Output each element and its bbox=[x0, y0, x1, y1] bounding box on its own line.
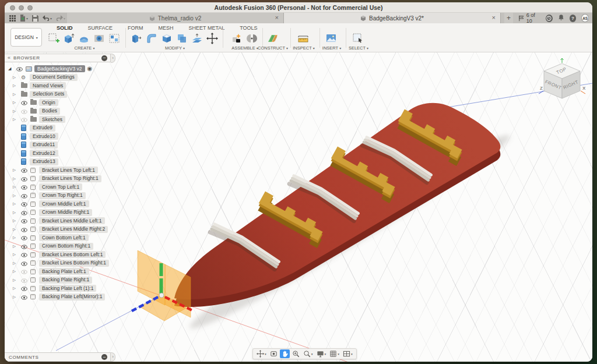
fillet-icon[interactable] bbox=[145, 31, 158, 45]
browser-item-label[interactable]: Crown Middle Left:1 bbox=[39, 200, 89, 207]
expand-arrow-icon[interactable]: ▷ bbox=[13, 92, 21, 97]
expand-arrow-icon[interactable]: ▷ bbox=[13, 75, 21, 80]
visibility-eye-icon[interactable] bbox=[21, 114, 30, 125]
browser-item-label[interactable]: Extrude9 bbox=[30, 125, 55, 132]
expand-arrow-icon[interactable]: ▷ bbox=[13, 235, 21, 240]
origin-planes[interactable] bbox=[138, 250, 191, 321]
help-icon[interactable]: ? bbox=[570, 15, 577, 22]
ribbon-tab-surface[interactable]: SURFACE bbox=[80, 24, 121, 31]
construct-group-dropdown[interactable]: CONSTRUCT ▾ bbox=[258, 45, 288, 51]
browser-item-label[interactable]: Backing Plate Left:1 bbox=[39, 268, 89, 275]
browser-item[interactable]: ▷Sketches bbox=[5, 115, 111, 123]
expand-arrow-icon[interactable]: ▷ bbox=[13, 286, 21, 291]
expand-arrow-icon[interactable]: ▷ bbox=[13, 261, 21, 266]
expand-arrow-icon[interactable]: ▷ bbox=[13, 83, 21, 88]
expand-arrow-icon[interactable]: ▷ bbox=[13, 168, 21, 172]
document-tab-thelma-radio[interactable]: Thelma_radio v2 × bbox=[67, 13, 284, 23]
close-tab-icon[interactable]: × bbox=[275, 14, 279, 22]
expand-arrow-icon[interactable]: ▷ bbox=[13, 295, 21, 299]
alerts-bell-icon[interactable] bbox=[558, 13, 564, 23]
titlebar[interactable]: Autodesk Fusion 360 (Personal - Not for … bbox=[5, 2, 592, 13]
y-axis-handle[interactable] bbox=[160, 278, 163, 294]
browser-item-label[interactable]: Backing Plate Left(Mirror):1 bbox=[39, 294, 105, 301]
browser-item-root[interactable]: ◢BadgeBackingV3 v2◉ bbox=[5, 65, 111, 73]
assemble-group-dropdown[interactable]: ASSEMBLE ▾ bbox=[231, 45, 258, 51]
hole-icon[interactable] bbox=[92, 31, 106, 45]
press-pull-icon[interactable] bbox=[129, 31, 143, 45]
offset-face-icon[interactable] bbox=[190, 31, 203, 45]
browser-item[interactable]: Extrude11 bbox=[5, 141, 111, 149]
expand-arrow-icon[interactable]: ▷ bbox=[13, 278, 21, 282]
app-grid-icon[interactable] bbox=[9, 15, 16, 22]
expand-arrow-icon[interactable]: ◢ bbox=[8, 66, 16, 71]
inspect-group-dropdown[interactable]: INSPECT ▾ bbox=[293, 45, 314, 51]
expand-arrow-icon[interactable]: ▷ bbox=[13, 252, 21, 257]
workspace-selector-button[interactable]: DESIGN ▾ bbox=[10, 28, 42, 47]
create-sketch-icon[interactable] bbox=[47, 31, 60, 45]
browser-item-label[interactable]: Origin bbox=[39, 99, 58, 106]
browser-item-label[interactable]: Cown Bottom Left:1 bbox=[39, 234, 89, 241]
expand-arrow-icon[interactable]: ▷ bbox=[13, 227, 21, 232]
document-tab-badgebacking[interactable]: BadgeBackingV3 v2* × bbox=[284, 13, 501, 23]
collapse-all-icon[interactable]: − bbox=[101, 55, 107, 61]
expand-arrow-icon[interactable]: ▷ bbox=[13, 218, 21, 223]
browser-item-label[interactable]: Backing Plate Left (1):1 bbox=[39, 285, 96, 292]
origin-point[interactable] bbox=[159, 293, 164, 298]
browser-item-label[interactable]: BadgeBackingV3 v2 bbox=[34, 65, 85, 72]
browser-item-label[interactable]: Bracket Lines Top Left:1 bbox=[39, 167, 98, 174]
activate-component-radio[interactable]: ◉ bbox=[87, 66, 93, 72]
browser-item[interactable]: ▷Backing Plate Left(Mirror):1 bbox=[5, 293, 111, 301]
ribbon-tab-solid[interactable]: SOLID bbox=[49, 24, 80, 31]
browser-item-label[interactable]: Extrude12 bbox=[30, 150, 58, 157]
redo-button[interactable]: ▾ bbox=[56, 15, 65, 21]
user-avatar[interactable]: AS bbox=[581, 14, 589, 22]
construction-plane-icon[interactable] bbox=[266, 31, 279, 45]
browser-item[interactable]: Extrude10 bbox=[5, 132, 111, 140]
shell-icon[interactable] bbox=[160, 31, 173, 45]
expand-arrow-icon[interactable]: ▷ bbox=[13, 193, 21, 198]
expand-arrow-icon[interactable]: ▷ bbox=[13, 202, 21, 206]
browser-item-label[interactable]: Crown Top Left:1 bbox=[39, 183, 82, 190]
orbit-button[interactable]: ▾ bbox=[255, 349, 268, 358]
browser-item-label[interactable]: Bracket Lines Top Right:1 bbox=[39, 175, 101, 182]
fit-zoom-window-button[interactable]: ▾ bbox=[302, 349, 314, 358]
browser-item-label[interactable]: Crown Middle Right:1 bbox=[39, 209, 92, 216]
browser-item[interactable]: Extrude9 bbox=[5, 124, 111, 132]
move-copy-icon[interactable] bbox=[205, 31, 219, 45]
undo-button[interactable]: ▾ bbox=[43, 15, 52, 21]
look-at-button[interactable] bbox=[269, 349, 279, 358]
expand-arrow-icon[interactable]: ▷ bbox=[13, 109, 21, 114]
extrude-icon[interactable] bbox=[62, 31, 75, 45]
display-settings-button[interactable]: ▾ bbox=[315, 349, 328, 358]
insert-image-icon[interactable] bbox=[324, 31, 338, 45]
pan-button[interactable] bbox=[280, 349, 290, 358]
revolve-icon[interactable] bbox=[77, 31, 90, 45]
view-cube[interactable]: TOP FRONT RIGHT Z X bbox=[536, 57, 589, 105]
browser-panel-header[interactable]: « BROWSER − bbox=[5, 54, 111, 62]
browser-item-label[interactable]: Document Settings bbox=[30, 74, 78, 81]
close-tab-icon[interactable]: × bbox=[492, 14, 496, 22]
comments-collapse-icon[interactable]: − bbox=[101, 354, 107, 360]
notifications-clock-icon[interactable] bbox=[546, 15, 553, 22]
select-tool-icon[interactable] bbox=[351, 31, 364, 45]
browser-item-label[interactable]: Bracket Lines Bottom Left:1 bbox=[39, 251, 106, 258]
ribbon-tab-tools[interactable]: TOOLS bbox=[232, 24, 265, 31]
y-axis-handle[interactable] bbox=[160, 263, 163, 276]
browser-item-label[interactable]: Bracket Lines Bottom Right:1 bbox=[39, 260, 109, 267]
collapse-panel-icon[interactable]: « bbox=[8, 55, 10, 61]
create-group-dropdown[interactable]: CREATE ▾ bbox=[75, 45, 95, 51]
expand-arrow-icon[interactable]: ▷ bbox=[13, 117, 21, 122]
browser-item-label[interactable]: Named Views bbox=[30, 82, 66, 89]
expand-arrow-icon[interactable]: ▷ bbox=[13, 185, 21, 189]
expand-arrow-icon[interactable]: ▷ bbox=[13, 269, 21, 274]
ribbon-tab-form[interactable]: FORM bbox=[120, 24, 151, 31]
visibility-eye-icon[interactable] bbox=[21, 292, 30, 302]
expand-arrow-icon[interactable]: ▷ bbox=[13, 100, 21, 105]
ribbon-tab-sheet-metal[interactable]: SHEET METAL bbox=[181, 24, 233, 31]
browser-item-label[interactable]: Bracket Lines Middle Right:2 bbox=[39, 226, 108, 233]
expand-arrow-icon[interactable]: ▷ bbox=[13, 244, 21, 249]
new-component-icon[interactable] bbox=[230, 31, 243, 45]
browser-item-label[interactable]: Bodies bbox=[39, 108, 60, 115]
new-tab-button[interactable]: + bbox=[504, 13, 513, 23]
viewports-button[interactable]: ▾ bbox=[342, 349, 354, 358]
